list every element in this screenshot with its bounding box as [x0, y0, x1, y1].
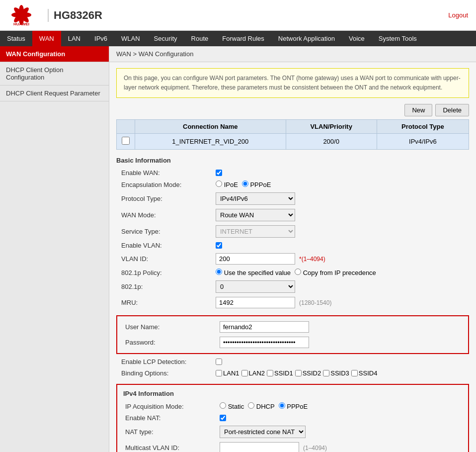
encapsulation-ipoe-radio[interactable]	[216, 181, 222, 187]
vlan-id-label: VLAN ID:	[116, 255, 216, 263]
field-8021p-value: 0	[216, 280, 469, 293]
nav-item-security[interactable]: Security	[147, 31, 184, 46]
ipv4-multicast-value: (1–4094)	[220, 442, 465, 452]
ipv4-pppoe-label[interactable]: PPPoE	[279, 402, 308, 410]
ipv4-multicast-label: Multicast VLAN ID:	[120, 444, 220, 452]
enable-nat-checkbox[interactable]	[220, 415, 226, 421]
svg-text:HUAWEI: HUAWEI	[13, 22, 29, 26]
sidebar-item-wan-configuration[interactable]: WAN Configuration	[0, 46, 109, 62]
nav-item-wan[interactable]: WAN	[32, 31, 61, 46]
enable-wan-checkbox[interactable]	[216, 170, 222, 176]
binding-ssid1-label[interactable]: SSID1	[267, 369, 293, 377]
protocol-type-select[interactable]: IPv4/IPv6	[216, 192, 295, 205]
ipv4-static-label[interactable]: Static	[220, 402, 244, 410]
nav-item-wlan[interactable]: WLAN	[114, 31, 147, 46]
enable-vlan-checkbox[interactable]	[216, 242, 222, 249]
row-checkbox-cell	[117, 134, 135, 150]
row-protocol-type: IPv4/IPv6	[377, 134, 469, 150]
table-row: 1_INTERNET_R_VID_200 200/0 IPv4/IPv6	[117, 134, 469, 150]
vlan-hint: *(1–4094)	[299, 256, 325, 263]
binding-lan1-label[interactable]: LAN1	[216, 369, 239, 377]
policy-specified-label[interactable]: Use the specified value	[216, 269, 291, 276]
mru-hint: (1280-1540)	[299, 299, 331, 306]
ipv4-static-radio[interactable]	[220, 402, 226, 409]
enable-lcp-row: Enable LCP Detection:	[116, 356, 469, 367]
ipv4-pppoe-radio[interactable]	[279, 402, 285, 409]
binding-lan1-checkbox[interactable]	[216, 370, 222, 376]
nav-item-voice[interactable]: Voice	[342, 31, 372, 46]
mru-label: MRU:	[116, 299, 216, 306]
mru-value: (1280-1540)	[216, 297, 469, 308]
row-checkbox[interactable]	[122, 137, 130, 145]
nav-item-network-application[interactable]: Network Application	[271, 31, 342, 46]
ipv4-section-title: IPv4 Information	[120, 389, 465, 400]
nav-item-lan[interactable]: LAN	[61, 31, 87, 46]
binding-ssid3-label[interactable]: SSID3	[323, 369, 349, 377]
binding-ssid4-label[interactable]: SSID4	[351, 369, 378, 377]
policy-8021p-value: Use the specified value Copy from IP pre…	[216, 269, 469, 276]
binding-ssid3-checkbox[interactable]	[323, 370, 329, 376]
wan-mode-row: WAN Mode: Route WAN Bridge WAN	[116, 207, 469, 223]
ipv4-multicast-input[interactable]	[220, 442, 299, 452]
binding-options-value: LAN1 LAN2 SSID1 SSID2 SSID3 SSID4	[216, 369, 377, 377]
wan-table: Connection Name VLAN/Priority Protocol T…	[116, 119, 469, 150]
sidebar-item-dhcp-option[interactable]: DHCP Client Option Configuration	[0, 62, 109, 86]
binding-ssid1-checkbox[interactable]	[267, 370, 273, 376]
username-input[interactable]	[220, 321, 309, 333]
table-header-checkbox	[117, 120, 135, 134]
encapsulation-pppoe-label[interactable]: PPPoE	[242, 181, 271, 188]
nav-item-route[interactable]: Route	[184, 31, 216, 46]
nav-item-forward-rules[interactable]: Forward Rules	[215, 31, 271, 46]
vlan-id-input[interactable]	[216, 253, 295, 265]
enable-lcp-checkbox[interactable]	[216, 359, 222, 365]
enable-nat-value	[220, 415, 465, 421]
wan-mode-select[interactable]: Route WAN Bridge WAN	[216, 209, 295, 221]
nat-type-value: Port-restricted cone NAT Full cone NAT R…	[220, 426, 465, 438]
lcp-binding-section: Enable LCP Detection: Binding Options: L…	[116, 356, 469, 379]
binding-ssid2-label[interactable]: SSID2	[295, 369, 321, 377]
field-8021p-select[interactable]: 0	[216, 280, 295, 293]
nav-item-system-tools[interactable]: System Tools	[372, 31, 424, 46]
breadcrumb: WAN > WAN Configuration	[109, 46, 476, 62]
sidebar-item-dhcp-request[interactable]: DHCP Client Request Parameter	[0, 86, 109, 101]
nat-type-row: NAT type: Port-restricted cone NAT Full …	[120, 424, 465, 440]
ipv4-dhcp-radio[interactable]	[248, 402, 254, 409]
nav-item-status[interactable]: Status	[0, 31, 32, 46]
nat-type-select[interactable]: Port-restricted cone NAT Full cone NAT R…	[220, 426, 306, 438]
encapsulation-pppoe-radio[interactable]	[242, 181, 248, 187]
nav-item-ipv6[interactable]: IPv6	[87, 31, 114, 46]
service-type-label: Service Type:	[116, 228, 216, 235]
binding-ssid2-checkbox[interactable]	[295, 370, 302, 376]
enable-nat-row: Enable NAT:	[120, 412, 465, 424]
basic-info-title: Basic Information	[116, 155, 469, 167]
service-type-select[interactable]: INTERNET	[216, 225, 295, 238]
logout-button[interactable]: Logout	[448, 11, 468, 19]
field-8021p-row: 802.1p: 0	[116, 278, 469, 295]
nav-bar: Status WAN LAN IPv6 WLAN Security Route …	[0, 31, 476, 46]
password-value	[220, 337, 465, 348]
ipv4-dhcp-label[interactable]: DHCP	[248, 402, 274, 410]
encapsulation-row: Encapsulation Mode: IPoE PPPoE	[116, 179, 469, 190]
binding-lan2-label[interactable]: LAN2	[241, 369, 265, 377]
password-input[interactable]	[220, 337, 309, 348]
binding-ssid4-checkbox[interactable]	[351, 370, 358, 376]
protocol-type-value: IPv4/IPv6	[216, 192, 469, 205]
delete-button[interactable]: Delete	[435, 104, 469, 116]
enable-vlan-row: Enable VLAN:	[116, 240, 469, 251]
enable-lcp-label: Enable LCP Detection:	[116, 358, 216, 365]
policy-ip-label[interactable]: Copy from IP precedence	[295, 269, 376, 276]
new-button[interactable]: New	[404, 104, 432, 116]
binding-lan2-checkbox[interactable]	[241, 370, 248, 376]
service-type-value: INTERNET	[216, 225, 469, 238]
header: HUAWEI HG8326R Logout	[0, 0, 476, 31]
policy-specified-radio[interactable]	[216, 269, 222, 275]
policy-ip-radio[interactable]	[295, 269, 301, 275]
enable-vlan-label: Enable VLAN:	[116, 242, 216, 249]
encapsulation-ipoe-label[interactable]: IPoE	[216, 181, 238, 188]
table-area: New Delete Connection Name VLAN/Priority…	[109, 104, 476, 150]
policy-8021p-label: 802.1p Policy:	[116, 269, 216, 276]
field-8021p-label: 802.1p:	[116, 283, 216, 290]
main-layout: WAN Configuration DHCP Client Option Con…	[0, 46, 476, 452]
enable-lcp-value	[216, 359, 469, 365]
mru-input[interactable]	[216, 297, 295, 308]
